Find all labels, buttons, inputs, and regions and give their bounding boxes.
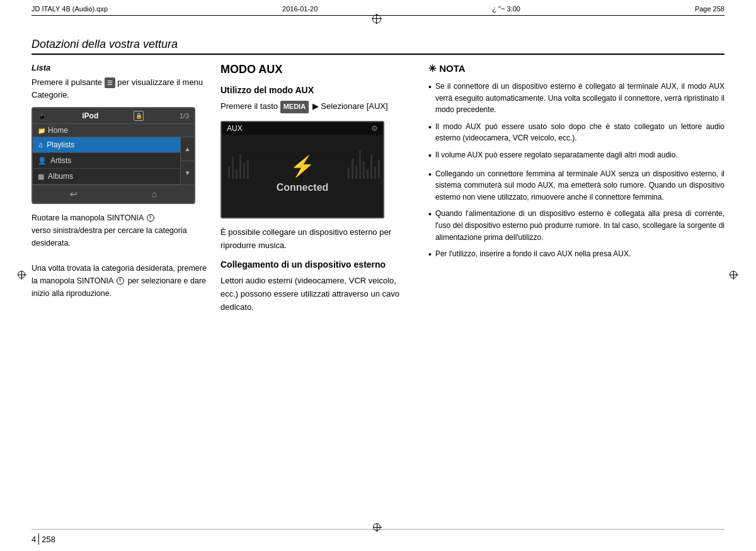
- left-column: Lista Premere il pulsante ☰ per visualiz…: [32, 63, 208, 513]
- sintonia-knob-icon-2: [117, 277, 124, 285]
- nota-item-1: Il modo AUX può essere usato solo dopo c…: [428, 121, 724, 144]
- ipod-menu-wrapper: ♫ Playlists 👤 Artists ▦ Albums ▲ ▼: [33, 137, 194, 185]
- sintonia-text-2: verso sinistra/destra per cercare la cat…: [32, 226, 187, 247]
- nota-item-2: Il volume AUX può essere regolato separa…: [428, 149, 724, 163]
- nota-title: ✳ NOTA: [428, 63, 724, 74]
- aux-screen-title: AUX: [227, 124, 243, 133]
- aux-header-icon: ⚙: [371, 124, 378, 133]
- utilizzo-text-2: ▶ Selezionare [AUX]: [312, 101, 388, 111]
- section-heading: Dotazioni della vostra vettura: [32, 38, 724, 51]
- ipod-lock-icon: 🔒: [134, 111, 144, 121]
- ipod-back-button[interactable]: ↩: [65, 188, 83, 200]
- chars-info: ¿ "~ 3:00: [492, 5, 520, 13]
- ipod-menu-item-artists[interactable]: 👤 Artists: [33, 153, 180, 169]
- ipod-home-button[interactable]: ⌂: [147, 188, 162, 200]
- ipod-page: 1/3: [180, 112, 189, 120]
- ipod-nav-label: Home: [48, 126, 68, 135]
- lista-text-1: Premere il pulsante: [32, 77, 102, 87]
- playlists-icon: ♫: [38, 141, 43, 149]
- sintonia-knob-icon: [147, 214, 154, 222]
- sintonia-text-1: Ruotare la manopola SINTONIA: [32, 213, 144, 222]
- ipod-title: iPod: [82, 111, 98, 120]
- artists-label: Artists: [50, 156, 71, 165]
- nota-item-4: Quando l'alimentazione di un dispositivo…: [428, 208, 724, 243]
- nota-item-3: Collegando un connettore femmina al term…: [428, 168, 724, 203]
- nota-list: Se il connettore di un dispositivo ester…: [428, 81, 724, 262]
- right-column: ✳ NOTA Se il connettore di un dispositiv…: [422, 63, 724, 513]
- collegare-text: È possibile collegare un dispositivo est…: [220, 226, 410, 253]
- section-title: Dotazioni della vostra vettura: [32, 38, 724, 55]
- ipod-menu-item-albums[interactable]: ▦ Albums: [33, 169, 180, 185]
- page-info: Page 258: [695, 5, 724, 13]
- scroll-down-button[interactable]: ▼: [181, 161, 194, 185]
- playlists-label: Playlists: [47, 140, 74, 149]
- ipod-menu-list: ♫ Playlists 👤 Artists ▦ Albums: [33, 137, 180, 185]
- aux-connected-label: Connected: [277, 182, 329, 193]
- albums-label: Albums: [48, 172, 73, 181]
- footer-separator: [38, 533, 39, 545]
- ipod-device-icon: 📱: [38, 112, 47, 120]
- middle-column: MODO AUX Utilizzo del modo AUX Premere i…: [220, 63, 410, 513]
- crosshair-top: [372, 14, 382, 24]
- nota-item-5: Per l'utilizzo, inserire a fondo il cavo…: [428, 248, 724, 262]
- ipod-folder-icon: 📁: [38, 127, 45, 134]
- collegamento-title: Collegamento di un dispositivo esterno: [220, 259, 410, 270]
- category-icon-button[interactable]: ☰: [105, 77, 115, 88]
- modo-aux-title: MODO AUX: [220, 63, 410, 76]
- media-badge: MEDIA: [280, 101, 309, 113]
- utilizzo-subtitle: Utilizzo del modo AUX: [220, 85, 410, 95]
- aux-screen: AUX ⚙: [220, 121, 384, 219]
- crosshair-bottom: [373, 523, 382, 532]
- crosshair-mid-right: [730, 271, 738, 280]
- ipod-menu-item-playlists[interactable]: ♫ Playlists: [33, 137, 180, 153]
- artists-icon: 👤: [38, 157, 47, 165]
- nota-section: ✳ NOTA Se il connettore di un dispositiv…: [422, 63, 724, 262]
- ipod-footer: ↩ ⌂: [33, 185, 194, 203]
- lista-title: Lista: [32, 63, 208, 72]
- collegamento-text: Lettori audio esterni (videocamere, VCR …: [220, 275, 410, 314]
- waveform-display: [222, 141, 383, 179]
- file-info: JD ITALY 4B (Audio).qxp: [32, 5, 108, 13]
- footer-page: 258: [42, 535, 55, 544]
- nota-item-0: Se il connettore di un dispositivo ester…: [428, 81, 724, 116]
- utilizzo-text: Premere il tasto MEDIA ▶ Selezionare [AU…: [220, 100, 410, 113]
- main-content: Lista Premere il pulsante ☰ per visualiz…: [32, 63, 724, 513]
- scroll-up-button[interactable]: ▲: [181, 137, 194, 161]
- footer-num: 4: [32, 535, 36, 544]
- lista-description: Premere il pulsante ☰ per visualizzare i…: [32, 76, 208, 101]
- utilizzo-text-1: Premere il tasto: [220, 101, 278, 111]
- date-info: 2016-01-20: [282, 5, 318, 13]
- sintonia-description: Ruotare la manopola SINTONIA verso sinis…: [32, 212, 208, 300]
- ipod-nav[interactable]: 📁 Home: [33, 124, 194, 137]
- albums-icon: ▦: [38, 173, 44, 181]
- crosshair-mid-left: [18, 271, 26, 280]
- ipod-scroll-buttons: ▲ ▼: [180, 137, 194, 185]
- ipod-screen: 📱 iPod 🔒 1/3 📁 Home ♫ Playlists: [32, 107, 195, 204]
- ipod-header: 📱 iPod 🔒 1/3: [33, 108, 194, 124]
- aux-screen-header: AUX ⚙: [222, 122, 383, 135]
